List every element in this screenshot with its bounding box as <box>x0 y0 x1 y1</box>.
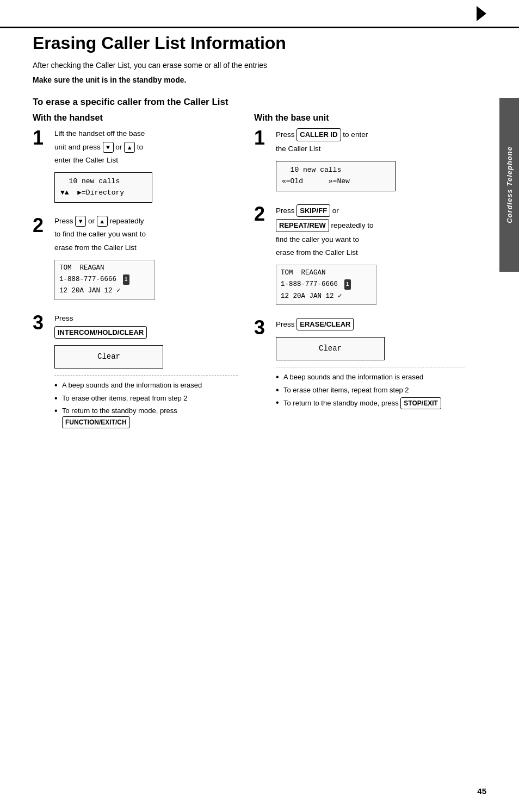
up-key-icon-2: ▲ <box>97 216 108 227</box>
step-right-2-content: Press SKIP/FF or REPEAT/REW repeatedly t… <box>276 204 465 309</box>
two-col-layout: With the handset 1 Lift the handset off … <box>33 113 465 439</box>
tom-reagan-display-right: TOM REAGAN 1-888-777-6666 1 12 20A JAN 1… <box>276 265 376 305</box>
step-left-3: 3 Press INTERCOM/HOLD/CLEAR Clear A beep… <box>33 313 238 430</box>
tom-reagan-display-left: TOM REAGAN 1-888-777-6666 1 12 20A JAN 1… <box>54 260 155 300</box>
step-left-1: 1 Lift the handset off the base unit and… <box>33 128 238 207</box>
caller-id-btn: CALLER ID <box>296 128 341 141</box>
bullet-left-2: To erase other items, repeat from step 2 <box>54 393 238 404</box>
up-arrow-key-icon: ▲ <box>124 142 135 153</box>
step-right-3-content: Press ERASE/CLEAR Clear A beep sounds an… <box>276 318 465 412</box>
step-left-1-content: Lift the handset off the base unit and p… <box>54 128 238 207</box>
step-left-2: 2 Press ▼ or ▲ repeatedly to find the ca… <box>33 216 238 304</box>
col-base-unit: With the base unit 1 Press CALLER ID to … <box>249 113 465 439</box>
step-left-3-content: Press INTERCOM/HOLD/CLEAR Clear A beep s… <box>54 313 238 430</box>
clear-display-right: Clear <box>276 337 385 360</box>
msg-icon-left: 1 <box>123 274 129 285</box>
next-page-arrow-icon <box>477 6 486 21</box>
intercom-hold-clear-btn: INTERCOM/HOLD/CLEAR <box>54 326 147 339</box>
stop-exit-btn: STOP/EXIT <box>400 397 441 409</box>
lcd-display-right-1: 10 new calls «=Old »=New <box>276 161 396 191</box>
erase-clear-btn: ERASE/CLEAR <box>296 318 354 331</box>
top-bar <box>0 0 519 28</box>
bullet-right-1: A beep sounds and the information is era… <box>276 372 465 383</box>
col-handset: With the handset 1 Lift the handset off … <box>33 113 249 439</box>
section-heading: To erase a specific caller from the Call… <box>33 97 465 108</box>
clear-display-left: Clear <box>54 345 163 368</box>
divider-right <box>276 367 465 367</box>
msg-icon-right: 1 <box>344 279 351 290</box>
down-arrow-key-icon: ▼ <box>103 142 114 153</box>
step-right-1-content: Press CALLER ID to enter the Caller List… <box>276 128 465 195</box>
step-right-3: 3 Press ERASE/CLEAR Clear A beep sounds … <box>254 318 465 412</box>
step-left-1-number: 1 <box>33 128 48 148</box>
divider-left <box>54 375 238 376</box>
intro-text-2: Make sure the unit is in the standby mod… <box>33 74 465 86</box>
step-right-1-number: 1 <box>254 128 269 148</box>
repeat-rew-btn: REPEAT/REW <box>276 219 329 232</box>
page-title: Erasing Caller List Information <box>33 33 465 53</box>
step-right-2-number: 2 <box>254 204 269 224</box>
side-tab-label: Cordless Telephone <box>505 146 514 223</box>
step-right-2: 2 Press SKIP/FF or REPEAT/REW repeatedly… <box>254 204 465 309</box>
intro-text-1: After checking the Caller List, you can … <box>33 60 465 71</box>
bullet-left-1: A beep sounds and the information is era… <box>54 380 238 391</box>
step-right-3-number: 3 <box>254 318 269 338</box>
bullet-list-right: A beep sounds and the information is era… <box>276 372 465 409</box>
bullet-list-left: A beep sounds and the information is era… <box>54 380 238 428</box>
down-key-icon-2: ▼ <box>75 216 86 227</box>
skip-ff-btn: SKIP/FF <box>296 204 330 217</box>
bullet-right-3: To return to the standby mode, press STO… <box>276 397 465 409</box>
function-exit-ch-btn: FUNCTION/EXIT/CH <box>62 416 130 428</box>
step-right-1: 1 Press CALLER ID to enter the Caller Li… <box>254 128 465 195</box>
main-content: Erasing Caller List Information After ch… <box>0 0 519 461</box>
step-left-2-number: 2 <box>33 216 48 235</box>
page-number: 45 <box>477 786 486 796</box>
step-left-3-number: 3 <box>33 313 48 333</box>
col-left-heading: With the handset <box>33 113 238 123</box>
step-left-2-content: Press ▼ or ▲ repeatedly to find the call… <box>54 216 238 304</box>
bullet-left-3: To return to the standby mode, press FUN… <box>54 405 238 428</box>
side-tab: Cordless Telephone <box>499 98 519 272</box>
bullet-right-2: To erase other items, repeat from step 2 <box>276 385 465 396</box>
lcd-display-left-1: 10 new calls ▼▲ ▶=Directory <box>54 172 152 203</box>
col-right-heading: With the base unit <box>254 113 465 123</box>
